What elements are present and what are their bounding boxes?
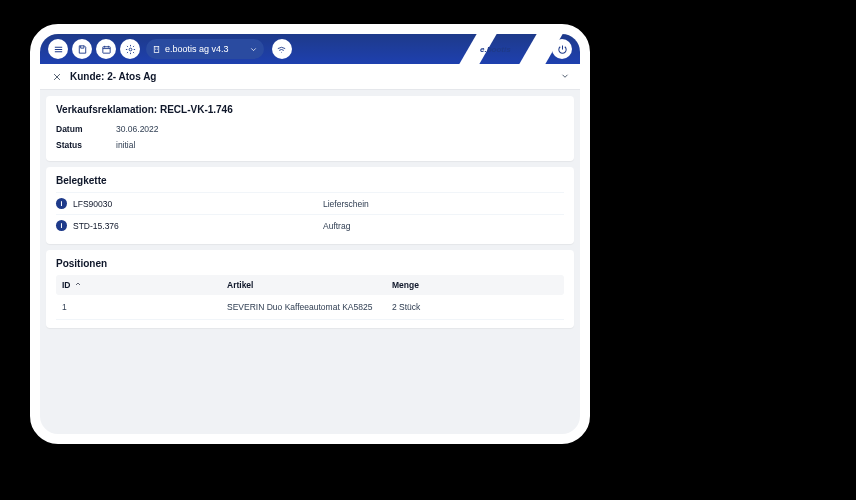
building-icon <box>152 45 161 54</box>
complaint-title: Verkaufsreklamation: RECL-VK-1.746 <box>56 104 564 115</box>
close-icon[interactable] <box>50 70 64 84</box>
svg-rect-3 <box>102 46 109 52</box>
table-row[interactable]: 1 SEVERIN Duo Kaffeeautomat KA5825 2 Stü… <box>56 295 564 320</box>
cell-menge: 2 Stück <box>392 302 558 312</box>
belegkette-title: Belegkette <box>56 175 564 186</box>
document-code: LFS90030 <box>73 199 323 209</box>
document-type: Auftrag <box>323 221 350 231</box>
wifi-icon-button[interactable] <box>272 39 292 59</box>
expand-toggle[interactable] <box>560 71 570 83</box>
cell-id: 1 <box>62 302 227 312</box>
cell-artikel: SEVERIN Duo Kaffeeautomat KA5825 <box>227 302 392 312</box>
positionen-title: Positionen <box>56 258 564 269</box>
svg-rect-8 <box>154 46 159 52</box>
svg-point-7 <box>129 48 132 51</box>
date-value: 30.06.2022 <box>116 124 159 134</box>
belegkette-row[interactable]: i STD-15.376 Auftrag <box>56 214 564 236</box>
status-label: Status <box>56 140 116 150</box>
chevron-down-icon <box>249 45 258 54</box>
settings-icon-button[interactable] <box>120 39 140 59</box>
document-type: Lieferschein <box>323 199 369 209</box>
sort-ascending-icon <box>74 280 82 290</box>
tablet-frame: e.bootis ag v4.3 e.bootis Kunde: 2- Atos… <box>30 24 590 444</box>
tenant-label: e.bootis ag v4.3 <box>165 44 229 54</box>
app-screen: e.bootis ag v4.3 e.bootis Kunde: 2- Atos… <box>40 34 580 434</box>
info-icon: i <box>56 220 67 231</box>
info-icon: i <box>56 198 67 209</box>
breadcrumb-title: Kunde: 2- Atos Ag <box>70 71 156 82</box>
column-header-menge[interactable]: Menge <box>392 280 558 290</box>
belegkette-row[interactable]: i LFS90030 Lieferschein <box>56 192 564 214</box>
top-bar: e.bootis ag v4.3 e.bootis <box>40 34 580 64</box>
save-icon-button[interactable] <box>72 39 92 59</box>
content-area: Verkaufsreklamation: RECL-VK-1.746 Datum… <box>40 90 580 334</box>
brand-label: e.bootis <box>480 45 511 54</box>
detail-row-date: Datum 30.06.2022 <box>56 121 564 137</box>
document-code: STD-15.376 <box>73 221 323 231</box>
calendar-icon-button[interactable] <box>96 39 116 59</box>
status-value: initial <box>116 140 135 150</box>
column-header-id[interactable]: ID <box>62 280 227 290</box>
power-button[interactable] <box>552 39 572 59</box>
detail-row-status: Status initial <box>56 137 564 153</box>
breadcrumb-bar: Kunde: 2- Atos Ag <box>40 64 580 90</box>
positions-table-header: ID Artikel Menge <box>56 275 564 295</box>
svg-point-13 <box>281 51 282 52</box>
menu-button[interactable] <box>48 39 68 59</box>
complaint-card: Verkaufsreklamation: RECL-VK-1.746 Datum… <box>46 96 574 161</box>
brand-badge: e.bootis <box>470 34 540 64</box>
tenant-dropdown[interactable]: e.bootis ag v4.3 <box>146 39 264 59</box>
column-header-artikel[interactable]: Artikel <box>227 280 392 290</box>
date-label: Datum <box>56 124 116 134</box>
belegkette-card: Belegkette i LFS90030 Lieferschein i STD… <box>46 167 574 244</box>
positionen-card: Positionen ID Artikel Menge 1 SEVERIN Du… <box>46 250 574 328</box>
